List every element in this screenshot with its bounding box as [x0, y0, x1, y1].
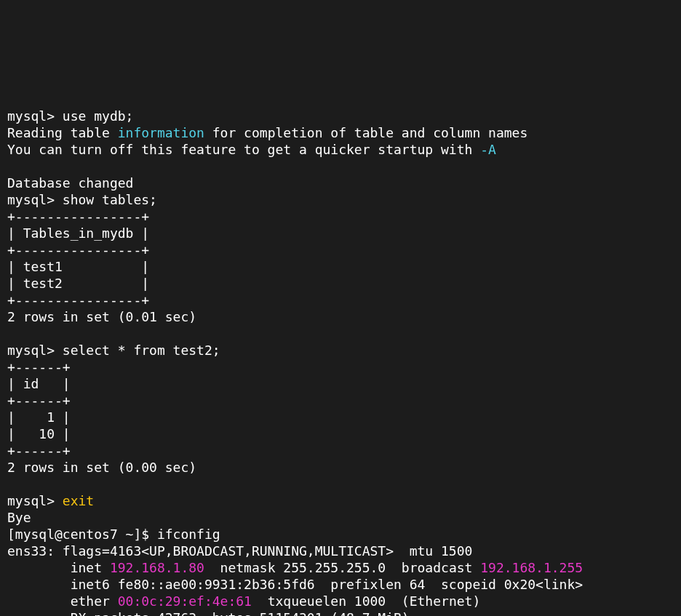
mysql-prompt: mysql>	[7, 108, 63, 124]
mysql-prompt: mysql>	[7, 343, 63, 358]
result-summary: 2 rows in set (0.01 sec)	[7, 309, 196, 324]
db-changed: Database changed	[7, 175, 133, 191]
mac-address: 00:0c:29:ef:4e:61	[118, 593, 252, 609]
terminal-output[interactable]: mysql> use mydb; Reading table informati…	[0, 84, 681, 616]
table-header: | Tables_in_mydb |	[7, 225, 149, 241]
mysql-prompt: mysql>	[7, 493, 63, 508]
turnoff-text: You can turn off this feature to get a q…	[7, 142, 480, 157]
table-row: | test2 |	[7, 276, 149, 291]
reading-text-2: for completion of table and column names	[204, 125, 527, 140]
table-border: +----------------+	[7, 242, 149, 257]
ifconfig-rx-packets: RX packets 42763 bytes 51154301 (48.7 Mi…	[7, 610, 410, 616]
information-word: information	[118, 125, 204, 140]
ifconfig-inet6: inet6 fe80::ae00:9931:2b36:5fd6 prefixle…	[7, 577, 583, 592]
ifconfig-inet-lead: inet	[7, 560, 110, 575]
ifconfig-flags: ens33: flags=4163<UP,BROADCAST,RUNNING,M…	[7, 543, 472, 559]
ifconfig-ether-tail: txqueuelen 1000 (Ethernet)	[252, 593, 480, 609]
table-border: +----------------+	[7, 292, 149, 308]
cmd-ifconfig: ifconfig	[157, 527, 220, 542]
bye-text: Bye	[7, 510, 31, 525]
mysql-prompt: mysql>	[7, 192, 63, 207]
reading-text: Reading table	[7, 125, 118, 140]
table-border: +------+	[7, 443, 71, 458]
table-border: +------+	[7, 359, 71, 375]
table-row: | 1 |	[7, 409, 71, 425]
ifconfig-ether-lead: ether	[7, 593, 118, 609]
cmd-use-mydb: use mydb;	[63, 108, 134, 124]
ifconfig-inet-mid: netmask 255.255.255.0 broadcast	[204, 560, 480, 575]
table-border: +------+	[7, 393, 71, 408]
result-summary: 2 rows in set (0.00 sec)	[7, 460, 196, 475]
broadcast-address: 192.168.1.255	[480, 560, 583, 575]
ip-address: 192.168.1.80	[110, 560, 204, 575]
flag-a: -A	[480, 142, 496, 157]
cmd-select: select * from test2;	[63, 343, 220, 358]
table-row: | 10 |	[7, 426, 71, 441]
table-header: | id |	[7, 376, 71, 391]
cmd-show-tables: show tables;	[63, 192, 157, 207]
table-border: +----------------+	[7, 209, 149, 224]
cmd-exit: exit	[63, 493, 94, 508]
table-row: | test1 |	[7, 259, 149, 274]
shell-prompt: [mysql@centos7 ~]$	[7, 527, 157, 542]
